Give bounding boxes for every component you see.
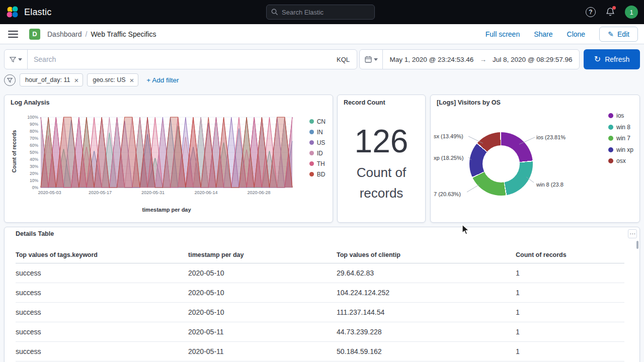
table-cell: 50.184.59.162 bbox=[337, 342, 516, 361]
share-button[interactable]: Share bbox=[534, 30, 552, 38]
table-row: success2020-05-1029.64.62.831 bbox=[16, 263, 624, 283]
table-cell: 2020-05-10 bbox=[188, 283, 337, 303]
legend-item[interactable]: osx bbox=[608, 155, 633, 167]
column-header-tags[interactable]: Top values of tags.keyword bbox=[16, 247, 188, 263]
slice-callout-winxp: xp (18.25%) bbox=[434, 155, 463, 161]
table-cell: success bbox=[16, 263, 188, 283]
svg-text:40%: 40% bbox=[30, 157, 38, 162]
filter-pill-geo-src[interactable]: geo.src: US × bbox=[87, 73, 138, 86]
brand-name: Elastic bbox=[24, 7, 51, 18]
legend-item[interactable]: win 8 bbox=[608, 122, 633, 133]
os-legend: ioswin 8win 7win xposx bbox=[608, 110, 633, 167]
legend-item[interactable]: ios bbox=[608, 110, 633, 122]
table-cell: 1 bbox=[516, 263, 624, 283]
panel-menu-icon[interactable]: ⋯ bbox=[628, 229, 637, 238]
clone-button[interactable]: Clone bbox=[567, 30, 586, 38]
log-analysis-legend: CNINUSIDTHBD bbox=[309, 116, 326, 179]
legend-item[interactable]: ID bbox=[309, 148, 326, 158]
filter-sets-icon[interactable] bbox=[4, 74, 16, 86]
table-cell: success bbox=[16, 283, 188, 303]
global-search[interactable] bbox=[266, 5, 375, 20]
slice-callout-osx: sx (13.49%) bbox=[434, 133, 463, 139]
user-avatar[interactable]: 1 bbox=[625, 6, 638, 19]
legend-item[interactable]: TH bbox=[309, 158, 326, 169]
kql-toggle[interactable]: KQL bbox=[330, 56, 357, 63]
refresh-icon: ↻ bbox=[594, 55, 601, 63]
metric-value: 126 bbox=[355, 125, 409, 157]
legend-item[interactable]: win xp bbox=[608, 144, 633, 156]
svg-text:30%: 30% bbox=[30, 164, 38, 169]
date-quick-menu-button[interactable] bbox=[360, 50, 383, 69]
svg-text:20%: 20% bbox=[30, 171, 38, 176]
slice-callout-win8: win 8 (23.8 bbox=[536, 182, 564, 188]
full-screen-button[interactable]: Full screen bbox=[486, 30, 520, 38]
table-cell: 2020-05-10 bbox=[188, 263, 337, 283]
svg-text:2020-05-31: 2020-05-31 bbox=[141, 190, 165, 195]
table-cell: 29.64.62.83 bbox=[337, 263, 516, 283]
refresh-button[interactable]: ↻ Refresh bbox=[584, 49, 640, 69]
close-icon[interactable]: × bbox=[130, 76, 134, 84]
menu-icon[interactable] bbox=[8, 31, 18, 38]
notifications-icon[interactable] bbox=[606, 8, 615, 17]
saved-query-menu-button[interactable] bbox=[5, 50, 28, 69]
breadcrumb-separator: / bbox=[86, 30, 88, 38]
kql-search-input[interactable] bbox=[28, 55, 330, 63]
start-date[interactable]: May 1, 2020 @ 23:24:53.46 bbox=[390, 56, 474, 63]
svg-text:60%: 60% bbox=[30, 143, 38, 148]
edit-button[interactable]: ✎ Edit bbox=[599, 27, 638, 42]
column-header-count[interactable]: Count of records bbox=[516, 247, 624, 263]
legend-swatch-icon bbox=[608, 113, 613, 118]
close-icon[interactable]: × bbox=[74, 76, 78, 84]
table-cell: 1 bbox=[516, 322, 624, 342]
filter-pill-hour-of-day[interactable]: hour_of_day: 11 × bbox=[20, 73, 83, 86]
legend-label: IN bbox=[317, 129, 323, 136]
calendar-icon bbox=[365, 56, 372, 63]
pencil-icon: ✎ bbox=[608, 30, 614, 38]
nav-actions: Full screen Share Clone ✎ Edit bbox=[486, 27, 644, 42]
legend-label: TH bbox=[317, 160, 325, 167]
elastic-logo-icon[interactable] bbox=[6, 6, 19, 19]
legend-item[interactable]: US bbox=[309, 137, 326, 148]
filter-pill-label: geo.src: US bbox=[93, 76, 125, 83]
svg-text:90%: 90% bbox=[30, 122, 38, 127]
log-analysis-chart: 0%10%20%30%40%50%60%70%80%90%100%2020-05… bbox=[17, 112, 296, 199]
legend-label: win xp bbox=[616, 146, 633, 153]
svg-text:80%: 80% bbox=[30, 129, 38, 134]
filter-bar: hour_of_day: 11 × geo.src: US × + Add fi… bbox=[4, 73, 179, 87]
table-row: success2020-05-1144.73.239.2281 bbox=[16, 322, 624, 342]
legend-label: win 8 bbox=[616, 124, 630, 131]
details-table: Top values of tags.keyword timestamp per… bbox=[16, 247, 624, 361]
legend-swatch-icon bbox=[309, 140, 314, 145]
legend-item[interactable]: CN bbox=[309, 116, 326, 127]
table-cell: success bbox=[16, 322, 188, 342]
legend-item[interactable]: win 7 bbox=[608, 133, 633, 144]
legend-swatch-icon bbox=[608, 147, 613, 152]
legend-label: win 7 bbox=[616, 135, 630, 142]
table-cell: 104.224.124.252 bbox=[337, 283, 516, 303]
table-cell: 2020-05-11 bbox=[188, 322, 337, 342]
table-row: success2020-05-1150.184.59.1621 bbox=[16, 342, 624, 361]
legend-label: osx bbox=[616, 157, 626, 164]
column-header-timestamp[interactable]: timestamp per day bbox=[188, 247, 337, 263]
table-cell: 111.237.144.54 bbox=[337, 303, 516, 322]
x-axis-label: timestamp per day bbox=[41, 207, 292, 213]
end-date[interactable]: Jul 8, 2020 @ 08:29:57.96 bbox=[493, 56, 573, 63]
global-search-input[interactable] bbox=[282, 9, 370, 16]
panel-details-table: Details Table ⋯ Top values of tags.keywo… bbox=[4, 227, 640, 362]
help-icon[interactable]: ? bbox=[586, 7, 596, 17]
table-cell: 1 bbox=[516, 283, 624, 303]
svg-text:2020-06-14: 2020-06-14 bbox=[194, 190, 217, 195]
global-header: Elastic ? 1 bbox=[0, 0, 644, 24]
column-header-clientip[interactable]: Top values of clientip bbox=[337, 247, 516, 263]
table-cell: success bbox=[16, 342, 188, 361]
table-cell: success bbox=[16, 303, 188, 322]
legend-label: ios bbox=[616, 112, 624, 119]
legend-item[interactable]: BD bbox=[309, 169, 326, 179]
add-filter-button[interactable]: + Add filter bbox=[146, 76, 179, 84]
breadcrumb-dashboard[interactable]: Dashboard bbox=[47, 30, 82, 38]
chevron-down-icon bbox=[374, 58, 378, 61]
metric: 126 Count of records bbox=[338, 95, 425, 222]
edit-button-label: Edit bbox=[617, 30, 629, 38]
panel-scrollbar-thumb[interactable] bbox=[636, 241, 638, 249]
legend-item[interactable]: IN bbox=[309, 127, 326, 137]
